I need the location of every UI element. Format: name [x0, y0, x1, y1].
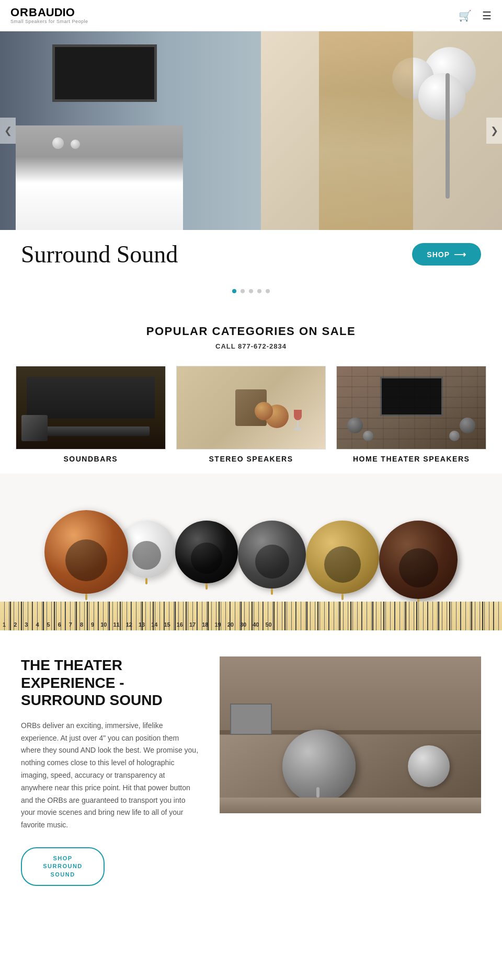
hero-wall-art [319, 31, 413, 230]
tape-num-4: 4 [36, 621, 39, 628]
speaker-gold [306, 521, 379, 594]
hero-large-orb-3 [418, 73, 465, 120]
tape-num-7: 7 [69, 621, 72, 628]
stone-wall-texture [337, 366, 486, 449]
tape-num-13: 13 [139, 621, 145, 628]
categories-grid: SOUNDBARS [10, 366, 492, 463]
tape-num-19: 19 [214, 621, 221, 628]
speaker-charcoal [238, 521, 306, 589]
tape-bg: 1 2 3 4 5 6 7 8 9 10 11 12 13 14 15 16 1… [0, 602, 502, 630]
shop-arrow-icon: ⟶ [454, 249, 466, 259]
hero-shop-button[interactable]: SHOP ⟶ [412, 243, 481, 266]
tape-num-16: 16 [177, 621, 183, 628]
hero-mantel-speaker-2 [71, 140, 80, 149]
category-soundbars-label: SOUNDBARS [16, 455, 166, 463]
theater-title: THE THEATER EXPERIENCE - SURROUND SOUND [21, 656, 199, 709]
tape-num-15: 15 [164, 621, 170, 628]
category-home-theater-image [336, 366, 486, 449]
speaker-dark-brown [379, 521, 458, 599]
category-stereo[interactable]: STEREO SPEAKERS [176, 366, 326, 463]
hero-shop-label: SHOP [427, 250, 450, 259]
header: ORB AUDIO Small Speakers for Smart Peopl… [0, 0, 502, 31]
categories-section: POPULAR CATEGORIES ON SALE CALL 877-672-… [0, 304, 502, 474]
category-stereo-image [176, 366, 326, 449]
theater-img-bg [220, 656, 481, 813]
wine-glass [294, 410, 302, 436]
carousel-dot-5[interactable] [266, 289, 270, 293]
category-stereo-label: STEREO SPEAKERS [176, 455, 326, 463]
tape-num-12: 12 [126, 621, 132, 628]
menu-icon[interactable]: ☰ [482, 9, 492, 22]
hero-left-room [0, 31, 276, 230]
category-soundbars-image [16, 366, 166, 449]
carousel-dot-1[interactable] [232, 289, 236, 293]
tape-num-5: 5 [47, 621, 50, 628]
tape-numbers: 1 2 3 4 5 6 7 8 9 10 11 12 13 14 15 16 1… [0, 621, 502, 628]
soundbar-sub [21, 415, 48, 441]
tape-num-8: 8 [80, 621, 83, 628]
theater-table-surface [220, 798, 481, 813]
hero-prev-button[interactable]: ❮ [0, 118, 16, 144]
tape-num-20: 20 [227, 621, 234, 628]
home-theater-orb-right [460, 418, 475, 433]
hero-tv [52, 44, 157, 102]
tape-num-10: 10 [100, 621, 107, 628]
carousel-dots [0, 284, 502, 304]
soundbar-unit-display [27, 377, 155, 419]
hero-text-section: Surround Sound SHOP ⟶ [0, 230, 502, 284]
cart-icon[interactable]: 🛒 [459, 9, 472, 22]
hero-mantel [16, 125, 183, 230]
speaker-black-gloss [175, 521, 238, 583]
stereo-scene [177, 366, 326, 449]
category-home-theater-label: HOME THEATER SPEAKERS [336, 455, 486, 463]
speaker-lineup-section: 1 2 3 4 5 6 7 8 9 10 11 12 13 14 15 16 1… [0, 474, 502, 630]
tape-num-40: 40 [253, 621, 259, 628]
speaker-lineup-inner [34, 510, 468, 609]
soundbar-room-scene [16, 366, 165, 449]
tape-num-50: 50 [265, 621, 271, 628]
tape-num-11: 11 [113, 621, 119, 628]
hero-next-button[interactable]: ❯ [486, 118, 502, 144]
tape-num-6: 6 [58, 621, 61, 628]
category-soundbars[interactable]: SOUNDBARS [16, 366, 166, 463]
carousel-dot-2[interactable] [241, 289, 245, 293]
logo-orb: ORB [10, 7, 38, 18]
soundbar-bar [32, 426, 150, 436]
theater-shop-button[interactable]: SHOP SURROUND SOUND [21, 847, 105, 886]
carousel-dot-3[interactable] [249, 289, 253, 293]
tape-measure: 1 2 3 4 5 6 7 8 9 10 11 12 13 14 15 16 1… [0, 602, 502, 630]
logo-tagline: Small Speakers for Smart People [10, 19, 88, 24]
hero-title: Surround Sound [21, 240, 178, 268]
tape-num-18: 18 [202, 621, 208, 628]
tape-num-14: 14 [151, 621, 157, 628]
carousel-dot-4[interactable] [257, 289, 261, 293]
home-theater-scene [337, 366, 486, 449]
speaker-copper [44, 510, 128, 594]
tape-num-17: 17 [189, 621, 196, 628]
hero-mantel-speaker-1 [52, 137, 64, 149]
category-home-theater[interactable]: HOME THEATER SPEAKERS [336, 366, 486, 463]
theater-secondary-orb [408, 745, 450, 787]
header-icons: 🛒 ☰ [459, 9, 492, 22]
theater-orb-leg [316, 787, 320, 798]
categories-phone: CALL 877-672-2834 [10, 342, 492, 350]
categories-title: POPULAR CATEGORIES ON SALE [10, 325, 492, 338]
theater-section: THE THEATER EXPERIENCE - SURROUND SOUND … [0, 630, 502, 912]
theater-image [220, 656, 481, 813]
logo[interactable]: ORB AUDIO Small Speakers for Smart Peopl… [10, 7, 88, 24]
tape-num-30: 30 [240, 621, 246, 628]
theater-content: THE THEATER EXPERIENCE - SURROUND SOUND … [21, 656, 199, 886]
hero-carousel: ❮ ❯ [0, 31, 502, 230]
theater-equipment-box [230, 704, 272, 735]
tape-num-2: 2 [14, 621, 17, 628]
tape-num-9: 9 [91, 621, 94, 628]
theater-description: ORBs deliver an exciting, immersive, lif… [21, 720, 199, 832]
tape-num-1: 1 [3, 621, 6, 628]
hero-speaker-stand [446, 73, 450, 199]
logo-audio: AUDIO [38, 7, 75, 18]
tape-num-3: 3 [25, 621, 28, 628]
hero-background [0, 31, 502, 230]
ht-sat-2 [449, 431, 460, 441]
